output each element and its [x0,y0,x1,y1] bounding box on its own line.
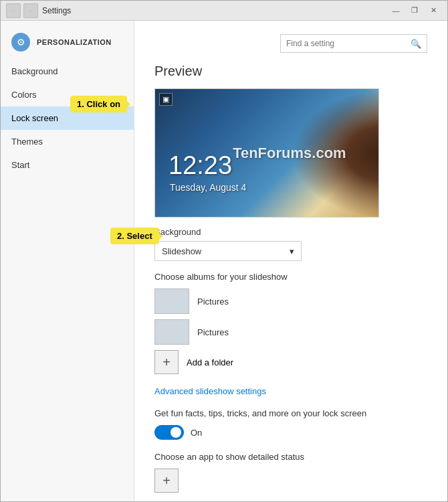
fun-facts-toggle[interactable] [154,425,184,440]
list-item: Pictures [154,319,427,345]
sidebar-item-themes[interactable]: Themes [1,130,134,153]
preview-monitor-icon: ▣ [159,93,173,106]
toggle-on-label: On [191,428,202,438]
fun-facts-label: Get fun facts, tips, tricks, and more on… [154,408,395,418]
album-thumbnail [154,319,189,345]
background-section-label: Background [154,227,427,237]
toggle-knob [171,427,181,438]
list-item: Pictures [154,288,427,314]
add-folder-button[interactable]: + [154,350,179,374]
sidebar-heading: PERSONALIZATION [37,38,112,46]
nav-forward-button[interactable]: → [23,3,38,18]
preview-time: 12:23 [169,151,232,180]
sidebar-item-background[interactable]: Background [1,60,134,83]
callout-click-on: 1. Click on [70,96,127,112]
album-name: Pictures [197,327,229,337]
add-folder-label: Add a folder [187,357,233,367]
choose-app-label: Choose an app to show detailed status [154,452,427,462]
settings-window: ← → Settings — ❐ ✕ ⚙ [0,0,448,502]
preview-title: Preview [154,64,427,79]
close-button[interactable]: ✕ [425,4,442,17]
personalization-icon: ⚙ [11,33,30,52]
callout-select: 2. Select [110,228,159,244]
preview-date: Tuesday, August 4 [170,182,246,193]
search-input[interactable] [286,39,411,48]
preview-image: ▣ TenForums.com 12:23 Tuesday, August 4 [154,88,379,218]
dropdown-value: Slideshow [162,246,201,256]
chevron-down-icon: ▾ [290,246,294,256]
main-content: 🔍 Preview ▣ TenForums.com 12:23 Tuesday,… [134,21,447,501]
albums-title: Choose albums for your slideshow [154,272,427,282]
restore-button[interactable]: ❐ [406,4,423,17]
nav-back-button[interactable]: ← [6,3,21,18]
sidebar: ⚙ PERSONALIZATION Background Colors Lock… [1,21,134,501]
search-box[interactable]: 🔍 [280,34,427,53]
sidebar-header: ⚙ PERSONALIZATION [1,27,134,60]
title-bar: ← → Settings — ❐ ✕ [1,1,447,21]
preview-watermark: TenForums.com [233,145,346,162]
search-icon: 🔍 [411,39,421,49]
add-folder-item: + Add a folder [154,350,427,374]
background-dropdown[interactable]: Slideshow ▾ [154,241,302,261]
sidebar-item-start[interactable]: Start [1,153,134,177]
main-container: ⚙ PERSONALIZATION Background Colors Lock… [1,21,447,501]
fun-facts-toggle-row: On [154,425,427,440]
minimize-button[interactable]: — [387,4,405,17]
album-name: Pictures [197,297,229,307]
window-title: Settings [42,6,71,15]
advanced-slideshow-link[interactable]: Advanced slideshow settings [154,386,427,396]
choose-app-plus-button[interactable]: + [154,469,179,493]
album-thumbnail [154,288,189,314]
content-header: 🔍 [154,34,427,53]
